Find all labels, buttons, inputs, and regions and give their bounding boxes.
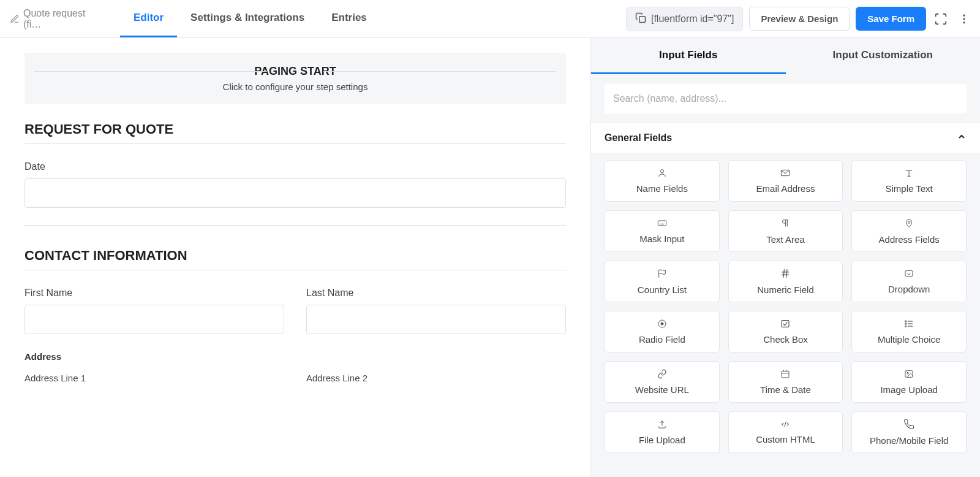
- svg-point-15: [908, 221, 910, 223]
- svg-point-27: [905, 321, 907, 322]
- svg-rect-0: [639, 16, 646, 22]
- field-card-phone[interactable]: Phone/Mobile Field: [851, 411, 967, 453]
- nav-tabs: Editor Settings & Integrations Entries: [120, 0, 380, 37]
- field-card-label: Image Upload: [880, 384, 937, 395]
- field-card-paragraph[interactable]: Text Area: [728, 210, 843, 252]
- field-card-label: Numeric Field: [757, 284, 814, 295]
- address-field: Address Address Line 1 Address Line 2: [24, 351, 566, 388]
- radio-icon: [657, 319, 667, 330]
- image-icon: [903, 369, 914, 381]
- field-card-label: Text Area: [766, 234, 805, 245]
- upload-icon: [657, 419, 668, 431]
- field-card-label: Address Fields: [879, 234, 940, 245]
- svg-point-2: [963, 18, 965, 20]
- field-card-calendar[interactable]: Time & Date: [728, 361, 843, 403]
- field-card-label: Custom HTML: [756, 434, 815, 445]
- code-icon: [778, 420, 792, 430]
- last-name-input[interactable]: [306, 305, 566, 334]
- tab-editor[interactable]: Editor: [120, 0, 177, 37]
- group-general-fields-body: Name FieldsEmail AddressSimple TextMask …: [591, 153, 980, 460]
- address-line2-label: Address Line 2: [306, 373, 566, 383]
- first-name-input[interactable]: [24, 305, 284, 334]
- copy-icon: [635, 12, 646, 26]
- field-card-check[interactable]: Check Box: [728, 311, 843, 353]
- field-card-label: Check Box: [763, 334, 808, 345]
- calendar-icon: [780, 369, 790, 381]
- preview-design-button[interactable]: Preview & Design: [749, 7, 850, 31]
- field-card-dropdown[interactable]: Dropdown: [851, 261, 967, 302]
- flag-icon: [657, 268, 667, 281]
- first-name-field: First Name: [24, 288, 284, 334]
- svg-rect-30: [782, 371, 789, 378]
- side-tab-input-customization[interactable]: Input Customization: [786, 38, 981, 74]
- svg-point-35: [907, 372, 909, 374]
- tab-settings-integrations[interactable]: Settings & Integrations: [177, 0, 318, 37]
- field-card-label: Country List: [638, 284, 687, 295]
- text-icon: [903, 168, 914, 180]
- form-name[interactable]: Quote request (fi…: [7, 8, 105, 30]
- shortcode-text: [fluentform id="97"]: [651, 13, 734, 25]
- tab-entries[interactable]: Entries: [318, 0, 380, 37]
- date-field: Date: [24, 161, 566, 208]
- svg-point-4: [660, 170, 663, 173]
- topbar-right: [fluentform id="97"] Preview & Design Sa…: [626, 7, 973, 31]
- svg-point-29: [905, 326, 907, 327]
- keyboard-icon: [655, 218, 669, 230]
- field-card-list[interactable]: Multiple Choice: [851, 311, 967, 353]
- field-card-mail[interactable]: Email Address: [728, 160, 843, 202]
- group-title: General Fields: [605, 132, 672, 143]
- field-card-keyboard[interactable]: Mask Input: [605, 210, 720, 252]
- field-card-label: File Upload: [639, 435, 685, 445]
- last-name-field: Last Name: [306, 288, 566, 334]
- list-icon: [903, 319, 914, 330]
- svg-line-37: [785, 422, 786, 427]
- form-name-text: Quote request (fi…: [23, 8, 100, 30]
- svg-rect-5: [782, 170, 790, 175]
- svg-rect-20: [905, 270, 913, 276]
- paging-start-block[interactable]: PAGING START Click to configure your ste…: [24, 53, 566, 104]
- field-card-link[interactable]: Website URL: [605, 361, 720, 403]
- svg-point-1: [963, 14, 965, 16]
- field-card-label: Email Address: [756, 183, 815, 194]
- field-card-text[interactable]: Simple Text: [851, 160, 967, 202]
- editor-panel: PAGING START Click to configure your ste…: [0, 38, 590, 477]
- field-card-radio[interactable]: Radio Field: [605, 311, 720, 353]
- field-card-label: Multiple Choice: [878, 334, 941, 345]
- save-form-button[interactable]: Save Form: [856, 7, 926, 31]
- date-input[interactable]: [24, 178, 566, 208]
- shortcode-box[interactable]: [fluentform id="97"]: [626, 7, 743, 31]
- svg-line-19: [786, 269, 788, 278]
- field-card-label: Name Fields: [636, 183, 688, 194]
- user-icon: [657, 168, 668, 180]
- address-label: Address: [24, 351, 566, 362]
- topbar: Quote request (fi… Editor Settings & Int…: [0, 0, 980, 38]
- field-card-hash[interactable]: Numeric Field: [728, 261, 843, 302]
- field-card-code[interactable]: Custom HTML: [728, 411, 843, 453]
- field-card-flag[interactable]: Country List: [605, 261, 720, 302]
- hash-icon: [780, 268, 791, 281]
- more-menu-button[interactable]: [956, 10, 973, 28]
- mail-icon: [779, 168, 791, 180]
- fullscreen-button[interactable]: [932, 10, 949, 28]
- paging-start-subtitle: Click to configure your step settings: [55, 82, 535, 92]
- svg-line-18: [783, 269, 785, 278]
- first-name-label: First Name: [24, 288, 284, 299]
- field-card-upload[interactable]: File Upload: [605, 411, 720, 453]
- side-tab-input-fields[interactable]: Input Fields: [591, 38, 786, 74]
- side-tabs: Input Fields Input Customization: [591, 38, 980, 74]
- field-search-input[interactable]: [605, 84, 967, 113]
- check-icon: [780, 319, 791, 330]
- svg-point-3: [963, 21, 965, 23]
- date-label: Date: [24, 161, 566, 172]
- field-card-image[interactable]: Image Upload: [851, 361, 967, 403]
- link-icon: [657, 369, 668, 381]
- svg-rect-23: [782, 321, 789, 327]
- field-card-label: Radio Field: [639, 334, 685, 345]
- divider: [24, 225, 566, 226]
- paragraph-icon: [780, 218, 790, 231]
- field-card-pin[interactable]: Address Fields: [851, 210, 967, 252]
- address-line1-label: Address Line 1: [24, 373, 284, 383]
- group-general-fields-header[interactable]: General Fields: [591, 123, 980, 153]
- paging-start-title: PAGING START: [55, 65, 535, 78]
- field-card-user[interactable]: Name Fields: [605, 160, 720, 202]
